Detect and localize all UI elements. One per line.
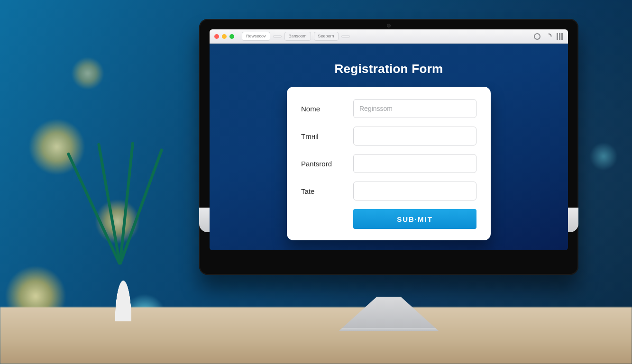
field-row-tate: Tate [301, 182, 476, 200]
email-label: Tmнil [301, 132, 353, 140]
browser-chrome: Rewsecov Bansoom Seeporn [210, 29, 568, 44]
browser-tab[interactable] [273, 35, 282, 38]
browser-tab[interactable] [341, 35, 350, 38]
monitor: Rewsecov Bansoom Seeporn Registration Fo… [199, 19, 578, 341]
camera-dot [387, 24, 391, 27]
monitor-bezel: Rewsecov Bansoom Seeporn Registration Fo… [199, 19, 578, 275]
email-input[interactable] [353, 127, 476, 146]
signal-icon [557, 33, 563, 40]
page-body: Registration Form Nome Tmнil Pantsrord [210, 44, 568, 250]
registration-card: Nome Tmнil Pantsrord Tate [287, 87, 491, 240]
minimize-icon[interactable] [222, 34, 227, 39]
name-input[interactable] [353, 99, 476, 118]
wifi-icon [545, 33, 552, 40]
browser-tab[interactable]: Bansoom [284, 32, 311, 41]
submit-button[interactable]: SUB·MIT [353, 209, 476, 229]
page-title: Registration Form [334, 62, 443, 76]
name-label: Nome [301, 105, 353, 113]
browser-tab[interactable]: Rewsecov [242, 32, 270, 41]
monitor-stand [339, 297, 439, 331]
bokeh-light [28, 118, 85, 175]
close-icon[interactable] [214, 34, 219, 39]
tate-label: Tate [301, 187, 353, 195]
screen: Rewsecov Bansoom Seeporn Registration Fo… [210, 29, 568, 250]
password-label: Pantsrord [301, 160, 353, 168]
plant-pot [109, 250, 137, 321]
tate-input[interactable] [353, 182, 476, 200]
menu-status-icons [534, 33, 563, 40]
password-input[interactable] [353, 154, 476, 173]
zoom-icon[interactable] [229, 34, 234, 39]
bokeh-light [71, 57, 104, 90]
bokeh-light [589, 142, 618, 171]
field-row-name: Nome [301, 99, 476, 118]
help-icon[interactable] [534, 33, 540, 40]
traffic-lights [214, 34, 234, 39]
field-row-password: Pantsrord [301, 154, 476, 173]
field-row-email: Tmнil [301, 127, 476, 146]
browser-tab[interactable]: Seeporn [314, 32, 339, 41]
